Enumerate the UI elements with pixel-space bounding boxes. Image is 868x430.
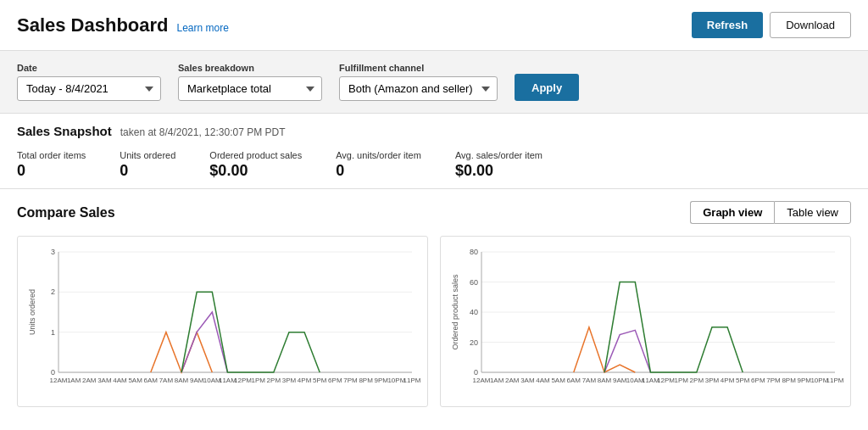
sales-breakdown-label: Sales breakdown [178,63,322,73]
metric-label: Avg. sales/order item [455,150,542,160]
apply-button[interactable]: Apply [515,74,579,101]
metric-item: Avg. units/order item 0 [336,150,421,180]
svg-text:1PM: 1PM [674,377,688,384]
svg-text:5AM: 5AM [128,377,142,384]
download-button[interactable]: Download [770,12,851,38]
compare-header: Compare Sales Graph view Table view [17,201,851,224]
metric-label: Ordered product sales [209,150,302,160]
svg-text:1PM: 1PM [251,377,265,384]
fulfillment-label: Fulfillment channel [339,63,498,73]
svg-text:80: 80 [470,248,478,256]
snapshot-subtitle: taken at 8/4/2021, 12:30:07 PM PDT [120,126,286,138]
snapshot-header: Sales Snapshot taken at 8/4/2021, 12:30:… [17,124,851,138]
svg-text:2PM: 2PM [690,377,704,384]
svg-text:0: 0 [474,368,478,377]
metric-value: $0.00 [209,162,302,180]
table-view-button[interactable]: Table view [774,201,851,224]
metric-item: Total order items 0 [17,150,86,180]
graph-view-button[interactable]: Graph view [690,201,774,224]
svg-text:Ordered product sales: Ordered product sales [451,274,459,350]
metric-item: Units ordered 0 [120,150,175,180]
svg-text:3: 3 [51,248,55,256]
svg-text:20: 20 [470,338,478,347]
metric-label: Avg. units/order item [336,150,421,160]
snapshot-section: Sales Snapshot taken at 8/4/2021, 12:30:… [0,114,868,189]
svg-text:40: 40 [470,308,478,316]
svg-text:Units ordered: Units ordered [28,289,36,335]
metric-item: Avg. sales/order item $0.00 [455,150,542,180]
sales-breakdown-filter-group: Sales breakdown Marketplace total [178,63,322,101]
svg-text:5AM: 5AM [551,377,565,384]
chart-sales-inner: Ordered product sales02040608012AM1AM2AM… [449,245,842,398]
svg-text:5PM: 5PM [313,377,327,384]
svg-text:6PM: 6PM [751,377,765,384]
svg-text:3AM: 3AM [520,377,535,384]
fulfillment-select[interactable]: Both (Amazon and seller) [339,76,498,101]
svg-text:6AM: 6AM [567,377,581,384]
chart1-svg: Units ordered012312AM1AM2AM3AM4AM5AM6AM7… [26,245,419,398]
chart-product-sales: Ordered product sales02040608012AM1AM2AM… [440,236,851,407]
metric-item: Ordered product sales $0.00 [209,150,302,180]
fulfillment-filter-group: Fulfillment channel Both (Amazon and sel… [339,63,498,101]
svg-text:6PM: 6PM [328,377,342,384]
header-left: Sales Dashboard Learn more [17,14,229,36]
svg-text:2PM: 2PM [267,377,281,384]
svg-text:12AM: 12AM [473,377,491,384]
svg-text:7AM: 7AM [159,377,174,384]
svg-text:9PM: 9PM [375,377,389,384]
chart-units-ordered: Units ordered012312AM1AM2AM3AM4AM5AM6AM7… [17,236,428,407]
svg-text:7PM: 7PM [766,377,781,384]
sales-breakdown-select[interactable]: Marketplace total [178,76,322,101]
refresh-button[interactable]: Refresh [692,12,763,38]
page-title: Sales Dashboard [17,14,169,36]
svg-text:60: 60 [470,278,478,287]
svg-text:3PM: 3PM [705,377,720,384]
date-filter-group: Date Today - 8/4/2021 [17,63,161,101]
filter-bar: Date Today - 8/4/2021 Sales breakdown Ma… [0,51,868,114]
metric-value: $0.00 [455,162,542,180]
svg-text:1: 1 [51,328,55,337]
svg-text:11PM: 11PM [403,377,421,384]
svg-text:7PM: 7PM [343,377,358,384]
svg-text:9AM: 9AM [613,377,627,384]
svg-text:8AM: 8AM [598,377,612,384]
svg-text:8PM: 8PM [782,377,796,384]
svg-text:9AM: 9AM [190,377,204,384]
svg-text:3AM: 3AM [97,377,112,384]
svg-text:12PM: 12PM [234,377,252,384]
metric-value: 0 [17,162,86,180]
svg-text:4PM: 4PM [721,377,735,384]
svg-text:1AM: 1AM [67,377,81,384]
date-label: Date [17,63,161,73]
metric-label: Units ordered [120,150,175,160]
svg-text:12AM: 12AM [50,377,68,384]
svg-text:12PM: 12PM [657,377,675,384]
svg-text:7AM: 7AM [582,377,597,384]
svg-text:9PM: 9PM [798,377,812,384]
svg-text:8PM: 8PM [359,377,373,384]
snapshot-title: Sales Snapshot [17,124,112,138]
learn-more-link[interactable]: Learn more [177,22,229,34]
svg-text:4AM: 4AM [536,377,550,384]
svg-text:3PM: 3PM [282,377,297,384]
svg-text:1AM: 1AM [490,377,504,384]
header: Sales Dashboard Learn more Refresh Downl… [0,0,868,51]
chart2-svg: Ordered product sales02040608012AM1AM2AM… [449,245,842,398]
svg-text:6AM: 6AM [144,377,159,384]
svg-text:0: 0 [51,368,55,377]
svg-text:4AM: 4AM [113,377,127,384]
svg-text:5PM: 5PM [736,377,750,384]
view-buttons: Graph view Table view [690,201,851,224]
compare-title: Compare Sales [17,205,115,221]
snapshot-metrics: Total order items 0Units ordered 0Ordere… [17,150,851,180]
svg-text:2AM: 2AM [505,377,520,384]
svg-text:2AM: 2AM [82,377,97,384]
compare-section: Compare Sales Graph view Table view Unit… [0,189,868,419]
date-select[interactable]: Today - 8/4/2021 [17,76,161,101]
metric-label: Total order items [17,150,86,160]
metric-value: 0 [336,162,421,180]
metric-value: 0 [120,162,175,180]
charts-row: Units ordered012312AM1AM2AM3AM4AM5AM6AM7… [17,236,851,407]
svg-text:2: 2 [51,288,55,296]
svg-text:4PM: 4PM [298,377,312,384]
